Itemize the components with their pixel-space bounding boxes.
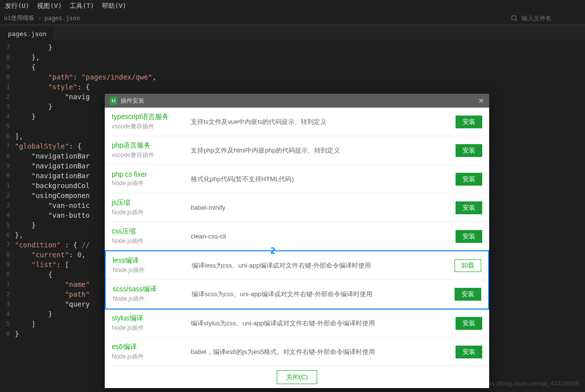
menu-view[interactable]: 视图(V) [37, 1, 61, 10]
install-button[interactable]: 安装 [456, 201, 482, 214]
plugin-description: 编译less为css。uni-app编译或对文件右键-外部命令编译时使用 [187, 261, 447, 270]
plugin-row: css压缩Node.js插件clean-css-cli安装 [105, 222, 489, 251]
code-line[interactable]: 0 "path": "pages/index/qwe", [0, 72, 585, 82]
plugin-name: php语言服务 [112, 141, 186, 150]
app-badge-icon: H [110, 97, 118, 105]
close-icon[interactable]: ✕ [478, 97, 484, 105]
breadcrumb-part[interactable]: ui使用模板 [4, 14, 35, 22]
uninstall-button[interactable]: 卸载 [455, 259, 481, 272]
plugin-name: typescript语言服务 [112, 113, 186, 121]
code-line[interactable]: 1 "style": { [0, 82, 585, 92]
svg-line-1 [516, 19, 517, 21]
plugin-description: 格式化php代码(暂不支持HTML代码) [186, 175, 448, 184]
search-icon [511, 15, 518, 22]
tab-bar: pages.json [0, 25, 585, 40]
dialog-body: typescript语言服务vscode兼容插件支持ts文件及vue中内嵌ts的… [105, 108, 489, 366]
plugin-description: babel，编译es6的js为es5格式。对文件右键-外部命令编译时使用 [186, 348, 448, 356]
plugin-subtitle: Node.js插件 [112, 324, 186, 332]
menu-help[interactable]: 帮助(V) [102, 1, 126, 10]
plugin-name: less编译 [113, 256, 187, 265]
plugin-subtitle: Node.js插件 [112, 353, 186, 361]
plugin-description: 支持ts文件及vue中内嵌ts的代码提示、转到定义 [186, 118, 448, 126]
plugin-description: 支持php文件及html中内嵌php的代码提示、转到定义 [186, 146, 448, 155]
dialog-footer: 关闭(C) [105, 366, 489, 388]
code-line[interactable]: 8 }, [0, 52, 585, 62]
plugin-row: php语言服务vscode兼容插件支持php文件及html中内嵌php的代码提示… [105, 136, 489, 165]
dialog-titlebar: H 插件安装 ✕ [105, 94, 489, 108]
plugin-name: stylus编译 [112, 314, 186, 323]
plugin-row: js压缩Node.js插件babel-minify安装 [105, 194, 489, 222]
install-button[interactable]: 安装 [456, 230, 482, 243]
plugin-subtitle: Node.js插件 [113, 295, 187, 303]
dialog-title: 插件安装 [121, 97, 144, 105]
breadcrumb-separator: › [38, 15, 41, 22]
plugin-row: es6编译Node.js插件babel，编译es6的js为es5格式。对文件右键… [105, 338, 489, 366]
plugin-subtitle: Node.js插件 [113, 266, 187, 274]
install-button[interactable]: 安装 [456, 346, 482, 358]
plugin-row: stylus编译Node.js插件编译stylus为css。uni-app编译或… [105, 309, 489, 338]
menu-tools[interactable]: 工具(T) [70, 1, 94, 10]
file-search [511, 15, 581, 22]
code-line[interactable]: 7 } [0, 42, 585, 52]
install-button[interactable]: 安装 [456, 173, 482, 186]
highlighted-plugins: less编译Node.js插件编译less为css。uni-app编译或对文件右… [105, 250, 489, 310]
install-button[interactable]: 安装 [456, 144, 482, 157]
install-button[interactable]: 安装 [456, 116, 482, 128]
plugin-row: php cs fixerNode.js插件格式化php代码(暂不支持HTML代码… [105, 165, 489, 194]
plugin-name: php cs fixer [112, 170, 186, 178]
install-button[interactable]: 安装 [456, 317, 482, 330]
plugin-subtitle: Node.js插件 [112, 208, 186, 217]
plugin-name: css压缩 [112, 227, 186, 236]
close-button[interactable]: 关闭(C) [277, 370, 317, 384]
plugin-subtitle: vscode兼容插件 [112, 151, 186, 159]
plugin-description: 编译stylus为css。uni-app编译或对文件右键-外部命令编译时使用 [186, 319, 448, 328]
svg-point-0 [512, 15, 516, 20]
plugin-name: scss/sass编译 [113, 285, 187, 294]
plugin-subtitle: Node.js插件 [112, 237, 186, 245]
plugin-description: babel-minify [186, 204, 448, 211]
plugin-description: clean-css-cli [186, 233, 448, 240]
plugin-name: js压缩 [112, 198, 186, 207]
install-button[interactable]: 安装 [455, 288, 481, 301]
plugin-row: less编译Node.js插件编译less为css。uni-app编译或对文件右… [106, 251, 488, 280]
tab-pages-json[interactable]: pages.json [0, 27, 54, 40]
menu-bar: 发行(U) 视图(V) 工具(T) 帮助(V) [0, 0, 585, 12]
code-line[interactable]: 9 { [0, 62, 585, 72]
annotation-number: 2 [270, 245, 276, 256]
plugin-description: 编译scss为css。uni-app编译或对文件右键-外部命令编译时使用 [187, 290, 447, 299]
plugin-row: typescript语言服务vscode兼容插件支持ts文件及vue中内嵌ts的… [105, 108, 489, 136]
menu-publish[interactable]: 发行(U) [5, 1, 29, 10]
search-input[interactable] [522, 15, 581, 22]
plugin-subtitle: Node.js插件 [112, 179, 186, 188]
plugin-row: scss/sass编译Node.js插件编译scss为css。uni-app编译… [106, 280, 488, 309]
plugin-name: es6编译 [112, 343, 186, 352]
watermark: https://blog.csdn.net/qq_43438095 [481, 380, 580, 387]
breadcrumb-part[interactable]: pages.json [44, 15, 80, 22]
plugin-subtitle: vscode兼容插件 [112, 122, 186, 131]
plugin-install-dialog: H 插件安装 ✕ typescript语言服务vscode兼容插件支持ts文件及… [105, 94, 489, 388]
breadcrumb-bar: ui使用模板 › pages.json [0, 12, 585, 25]
